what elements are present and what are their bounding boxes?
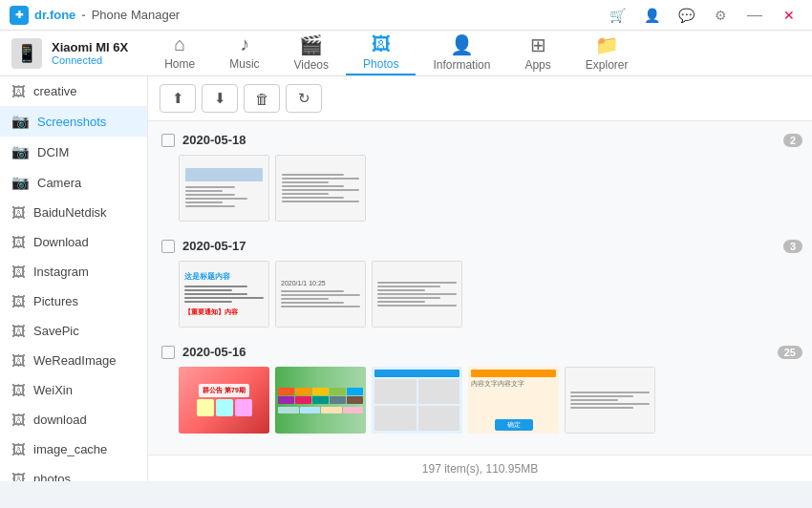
wereadimage-icon: 🖼 — [11, 352, 26, 369]
sidebar-item-instagram[interactable]: 🖼 Instagram — [0, 257, 147, 286]
albums-list: 2020-05-18 2 — [148, 121, 812, 455]
photo-thumb[interactable] — [372, 261, 462, 328]
delete-button[interactable]: 🗑 — [244, 84, 280, 113]
tab-music[interactable]: ♪ Music — [212, 31, 276, 75]
sidebar-item-pictures-label: Pictures — [33, 294, 78, 308]
sidebar-item-screenshots[interactable]: 📷 Screenshots — [0, 106, 147, 137]
import-icon: ⬆ — [172, 90, 184, 107]
album-checkbox-20200518[interactable] — [161, 134, 175, 147]
statusbar-text: 197 item(s), 110.95MB — [422, 462, 538, 476]
photo-thumb[interactable]: 2020/1/1 10:25 — [275, 261, 366, 328]
user-icon[interactable]: 👤 — [638, 6, 665, 25]
album-date-20200518: 2020-05-18 — [182, 133, 246, 147]
home-icon: ⌂ — [174, 33, 185, 55]
photo-thumb[interactable]: 这是标题内容 【重要通知】内容 — [179, 261, 269, 328]
music-icon: ♪ — [240, 33, 249, 55]
photo-thumb[interactable] — [275, 155, 366, 222]
apps-icon: ⊞ — [530, 33, 546, 56]
sidebar-item-download-label: Download — [33, 235, 89, 249]
photo-thumb[interactable]: 群公告 第79期 — [179, 367, 269, 434]
import-button[interactable]: ⬆ — [160, 84, 196, 113]
export-icon: ⬇ — [214, 90, 226, 107]
sidebar-item-savepic[interactable]: 🖼 SavePic — [0, 316, 147, 346]
photo-thumb[interactable] — [372, 367, 462, 434]
sidebar-item-weixin[interactable]: 🖼 WeiXin — [0, 375, 147, 405]
album-photos-20200517: 这是标题内容 【重要通知】内容 — [158, 257, 802, 331]
sidebar-item-creative[interactable]: 🖼 creative — [0, 76, 147, 106]
dcim-icon: 📷 — [11, 143, 30, 160]
export-button[interactable]: ⬇ — [202, 84, 238, 113]
information-icon: 👤 — [450, 33, 474, 56]
tab-videos[interactable]: 🎬 Videos — [277, 31, 346, 75]
album-count-20200517: 3 — [783, 240, 802, 253]
sidebar-item-photos[interactable]: 🖼 photos — [0, 464, 147, 481]
sidebar-item-screenshots-label: Screenshots — [37, 115, 106, 129]
device-navbar: 📱 Xiaomi MI 6X Connected ⌂ Home ♪ Music … — [0, 31, 812, 76]
sidebar-item-weixin-label: WeiXin — [33, 383, 73, 397]
sidebar-item-baidunetdisk[interactable]: 🖼 BaiduNetdisk — [0, 198, 147, 227]
tab-explorer[interactable]: 📁 Explorer — [568, 31, 646, 75]
device-icon: 📱 — [11, 38, 42, 69]
tab-information-label: Information — [433, 58, 490, 72]
tab-information[interactable]: 👤 Information — [416, 31, 507, 75]
sidebar-item-wereadimage[interactable]: 🖼 WeReadImage — [0, 346, 147, 375]
sidebar-item-image-cache[interactable]: 🖼 image_cache — [0, 434, 147, 464]
photos-icon: 🖼 — [372, 33, 391, 55]
logo-icon: ✚ — [10, 6, 29, 25]
titlebar: ✚ dr.fone - Phone Manager 🛒 👤 💬 ⚙ — ✕ — [0, 0, 812, 31]
device-name: Xiaomi MI 6X — [52, 40, 128, 54]
download-icon: 🖼 — [11, 234, 26, 250]
videos-icon: 🎬 — [299, 33, 323, 56]
sidebar-item-camera[interactable]: 📷 Camera — [0, 167, 147, 198]
album-photos-20200516: 群公告 第79期 — [158, 363, 802, 437]
savepic-icon: 🖼 — [11, 323, 26, 339]
tab-home[interactable]: ⌂ Home — [147, 31, 212, 75]
pictures-icon: 🖼 — [11, 293, 26, 309]
main-nav: ⌂ Home ♪ Music 🎬 Videos 🖼 Photos 👤 Infor… — [147, 31, 801, 75]
baidunetdisk-icon: 🖼 — [11, 204, 26, 221]
album-checkbox-20200517[interactable] — [161, 240, 175, 253]
image-cache-icon: 🖼 — [11, 441, 26, 457]
photos-toolbar: ⬆ ⬇ 🗑 ↻ — [148, 76, 812, 121]
close-button[interactable]: ✕ — [776, 6, 802, 25]
album-checkbox-20200516[interactable] — [161, 346, 175, 359]
tab-home-label: Home — [164, 57, 195, 71]
album-count-20200516: 25 — [778, 346, 802, 359]
album-count-20200518: 2 — [783, 134, 802, 147]
sidebar-item-baidunetdisk-label: BaiduNetdisk — [33, 205, 107, 220]
sidebar-item-dcim[interactable]: 📷 DCIM — [0, 137, 147, 167]
photo-thumb[interactable] — [179, 155, 269, 222]
minimize-button[interactable]: — — [741, 6, 768, 25]
device-info: Xiaomi MI 6X Connected — [52, 40, 128, 66]
sidebar-item-download[interactable]: 🖼 Download — [0, 227, 147, 257]
tab-videos-label: Videos — [294, 58, 329, 72]
brand-name: dr.fone — [34, 8, 75, 22]
comment-icon[interactable]: 💬 — [673, 6, 699, 25]
refresh-button[interactable]: ↻ — [286, 84, 322, 113]
window-controls: 🛒 👤 💬 ⚙ — ✕ — [604, 6, 802, 25]
sidebar-item-savepic-label: SavePic — [33, 324, 79, 338]
screenshots-icon: 📷 — [11, 113, 30, 130]
album-header-20200517: 2020-05-17 3 — [158, 235, 802, 257]
sidebar: 🖼 creative 📷 Screenshots 📷 DCIM 📷 Camera… — [0, 76, 148, 481]
tab-photos-label: Photos — [363, 57, 398, 71]
sidebar-item-wereadimage-label: WeReadImage — [33, 353, 116, 368]
tab-explorer-label: Explorer — [586, 58, 629, 72]
main-layout: 🖼 creative 📷 Screenshots 📷 DCIM 📷 Camera… — [0, 76, 812, 481]
album-date-20200517: 2020-05-17 — [182, 239, 246, 253]
sidebar-item-download2-label: download — [33, 413, 87, 427]
sidebar-item-download2[interactable]: 🖼 download — [0, 405, 147, 434]
cart-icon[interactable]: 🛒 — [604, 6, 630, 25]
photo-thumb[interactable] — [275, 367, 366, 434]
settings-icon[interactable]: ⚙ — [707, 6, 734, 25]
album-section-20200517: 2020-05-17 3 这是标题内容 — [158, 235, 802, 331]
photo-thumb[interactable] — [565, 367, 655, 434]
device-status: Connected — [52, 54, 128, 66]
album-date-20200516: 2020-05-16 — [182, 345, 246, 359]
tab-photos[interactable]: 🖼 Photos — [346, 31, 416, 75]
statusbar: 197 item(s), 110.95MB — [148, 455, 812, 481]
photo-thumb[interactable]: 内容文字内容文字 确定 — [468, 367, 559, 434]
sidebar-item-pictures[interactable]: 🖼 Pictures — [0, 286, 147, 316]
weixin-icon: 🖼 — [11, 382, 26, 398]
tab-apps[interactable]: ⊞ Apps — [507, 31, 567, 75]
